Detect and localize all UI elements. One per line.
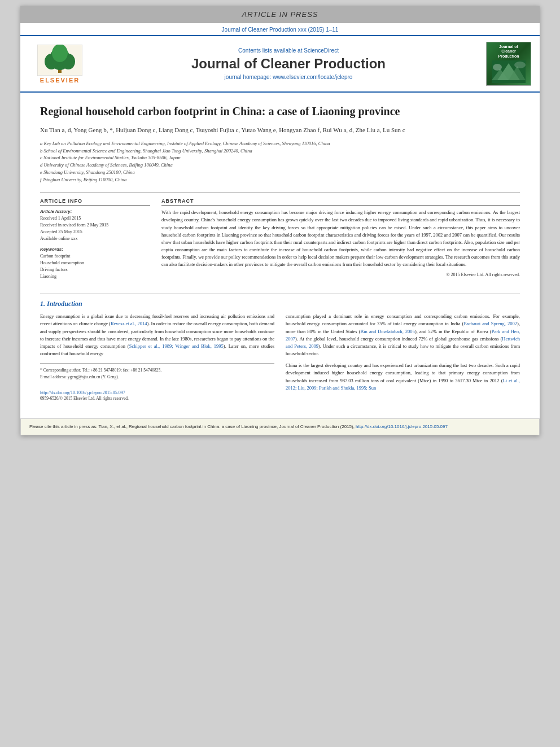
ref-bin[interactable]: Bin and Dowlatabadi, 2005 xyxy=(361,329,415,334)
intro-para-3: China is the largest developing country … xyxy=(286,362,520,392)
svg-point-10 xyxy=(493,64,502,71)
ref-revesz[interactable]: Revesz et al., 2014 xyxy=(111,321,147,326)
ref-pachauri[interactable]: Pachauri and Spreng, 2002 xyxy=(463,321,517,326)
science-direct-link[interactable]: ScienceDirect xyxy=(304,47,339,54)
article-in-press-banner: ARTICLE IN PRESS xyxy=(20,6,540,23)
authors-line: Xu Tian a, d, Yong Geng b, *, Huijuan Do… xyxy=(40,125,520,136)
email-link[interactable]: ygeng@sjtu.edu.cn xyxy=(68,374,100,379)
ref-li[interactable]: Li et al., 2012; Liu, 2009; Parikh and S… xyxy=(286,378,520,391)
cleaner-production-cover: Journal ofCleanerProduction xyxy=(486,42,531,86)
keyword-1: Household consumption xyxy=(40,260,150,267)
article-info-heading: ARTICLE INFO xyxy=(40,198,150,206)
abstract-text: With the rapid development, household en… xyxy=(161,209,520,268)
abstract-heading: ABSTRACT xyxy=(161,198,520,206)
journal-title-block: Contents lists available at ScienceDirec… xyxy=(91,47,486,80)
revised-date: Received in revised form 2 May 2015 xyxy=(40,222,150,229)
main-content: Regional household carbon footprint in C… xyxy=(20,93,540,413)
footer-bar: Please cite this article in press as: Ti… xyxy=(20,418,540,435)
intro-para-2: consumption played a dominant role in en… xyxy=(286,313,520,357)
keyword-3: Liaoning xyxy=(40,273,150,280)
journal-header: ELSEVIER Contents lists available at Sci… xyxy=(20,35,540,93)
copyright-line: © 2015 Elsevier Ltd. All rights reserved… xyxy=(161,272,520,277)
footer-citation: Please cite this article in press as: Ti… xyxy=(29,423,531,430)
journal-homepage-line: journal homepage: www.elsevier.com/locat… xyxy=(91,74,486,80)
intro-col-1: Energy consumption is a global issue due… xyxy=(40,313,274,401)
issn-text: 0959-6526/© 2015 Elsevier Ltd. All right… xyxy=(40,395,274,401)
journal-homepage-link[interactable]: www.elsevier.com/locate/jclepro xyxy=(273,74,352,80)
elsevier-wordmark: ELSEVIER xyxy=(40,77,80,84)
keywords-label: Keywords: xyxy=(40,247,150,252)
keywords-section: Keywords: Carbon footprint Household con… xyxy=(40,247,150,280)
doi-link[interactable]: http://dx.doi.org/10.1016/j.jclepro.2015… xyxy=(40,390,274,395)
intro-col-2: consumption played a dominant role in en… xyxy=(286,313,520,401)
ref-schipper[interactable]: Schipper et al., 1989; Vringer and Blok,… xyxy=(129,343,224,349)
available-online: Available online xxx xyxy=(40,235,150,242)
keyword-2: Driving factors xyxy=(40,267,150,273)
accepted-date: Accepted 25 May 2015 xyxy=(40,229,150,235)
science-direct-note: Contents lists available at ScienceDirec… xyxy=(91,47,486,54)
journal-reference: Journal of Cleaner Production xxx (2015)… xyxy=(20,23,540,35)
svg-point-11 xyxy=(514,62,526,68)
banner-label: ARTICLE IN PRESS xyxy=(242,10,318,19)
affiliations-block: a Key Lab on Pollution Ecology and Envir… xyxy=(40,140,520,184)
email-note: E-mail address: ygeng@sjtu.edu.cn (Y. Ge… xyxy=(40,374,274,380)
article-info-panel: ARTICLE INFO Article history: Received 1… xyxy=(40,198,150,285)
abstract-panel: ABSTRACT With the rapid development, hou… xyxy=(161,198,520,285)
footer-doi-link[interactable]: http://dx.doi.org/10.1016/j.jclepro.2015… xyxy=(356,424,448,429)
section-1-title: 1. Introduction xyxy=(40,300,520,308)
cleaner-production-title: Journal ofCleanerProduction xyxy=(498,45,519,59)
svg-point-5 xyxy=(52,45,68,62)
article-history: Article history: Received 1 April 2015 R… xyxy=(40,209,150,242)
footnotes-block: * Corresponding author. Tel.: +86 21 547… xyxy=(40,363,274,401)
paper-title: Regional household carbon footprint in C… xyxy=(40,104,520,119)
received-date: Received 1 April 2015 xyxy=(40,215,150,222)
history-label: Article history: xyxy=(40,209,150,214)
mountain-icon xyxy=(492,60,526,83)
info-abstract-row: ARTICLE INFO Article history: Received 1… xyxy=(40,198,520,285)
corresponding-author-note: * Corresponding author. Tel.: +86 21 547… xyxy=(40,367,274,373)
elsevier-tree-icon xyxy=(37,45,82,76)
divider-1 xyxy=(40,192,520,193)
journal-main-title: Journal of Cleaner Production xyxy=(91,56,486,72)
intro-para-1: Energy consumption is a global issue due… xyxy=(40,313,274,357)
divider-2 xyxy=(40,294,520,294)
introduction-body: Energy consumption is a global issue due… xyxy=(40,313,520,401)
ref-hertwich[interactable]: Hertwich and Peters, 2009 xyxy=(286,336,520,349)
elsevier-logo: ELSEVIER xyxy=(29,45,91,84)
keyword-0: Carbon footprint xyxy=(40,253,150,260)
journal-ref-text: Journal of Cleaner Production xxx (2015)… xyxy=(222,27,339,33)
